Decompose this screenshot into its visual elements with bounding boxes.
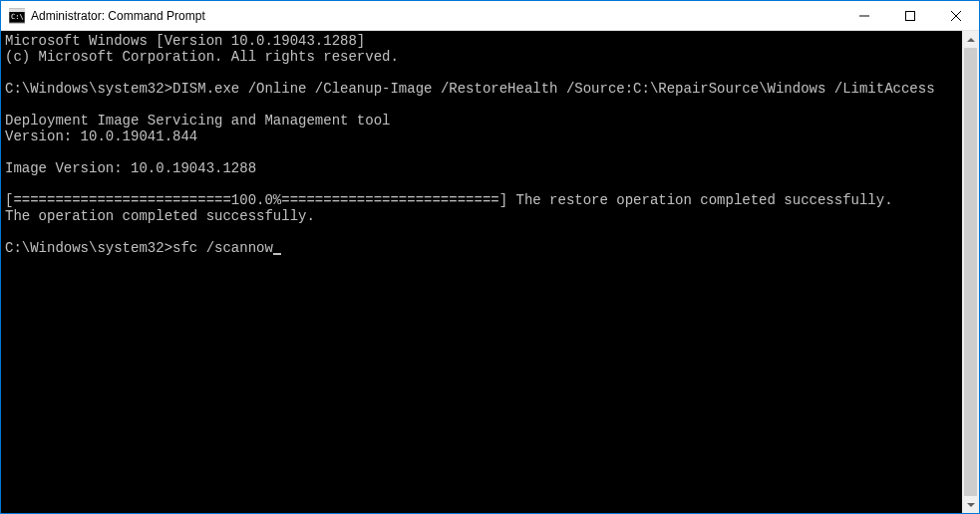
svg-marker-7 [967, 38, 975, 42]
minimize-button[interactable] [841, 1, 887, 30]
svg-rect-1 [9, 9, 25, 12]
terminal-output[interactable]: Microsoft Windows [Version 10.0.19043.12… [1, 31, 962, 513]
cursor [273, 253, 281, 255]
titlebar: C:\ Administrator: Command Prompt [1, 1, 979, 31]
scroll-down-icon[interactable] [962, 496, 979, 513]
t-line: The operation completed successfully. [5, 208, 315, 224]
t-line: (c) Microsoft Corporation. All rights re… [5, 49, 399, 65]
t-line: Image Version: 10.0.19043.1288 [5, 160, 256, 176]
t-cmd: sfc /scannow [172, 240, 273, 256]
t-prompt: C:\Windows\system32> [5, 240, 172, 256]
close-button[interactable] [933, 1, 979, 30]
t-line: Microsoft Windows [Version 10.0.19043.12… [5, 33, 365, 49]
t-cmd: DISM.exe /Online /Cleanup-Image /Restore… [172, 81, 935, 97]
svg-marker-8 [967, 503, 975, 507]
scrollbar[interactable] [962, 31, 979, 513]
cmd-icon: C:\ [9, 8, 25, 24]
window-title: Administrator: Command Prompt [31, 9, 841, 23]
svg-rect-4 [906, 11, 915, 20]
t-progress: [==========================100.0%=======… [5, 192, 893, 208]
t-line: Deployment Image Servicing and Managemen… [5, 113, 390, 128]
maximize-button[interactable] [887, 1, 933, 30]
t-line: Version: 10.0.19041.844 [5, 128, 197, 144]
t-prompt: C:\Windows\system32> [5, 81, 172, 97]
window-controls [841, 1, 979, 30]
svg-text:C:\: C:\ [11, 13, 24, 21]
scroll-track[interactable] [962, 48, 979, 496]
scroll-thumb[interactable] [964, 48, 977, 496]
scroll-up-icon[interactable] [962, 31, 979, 48]
